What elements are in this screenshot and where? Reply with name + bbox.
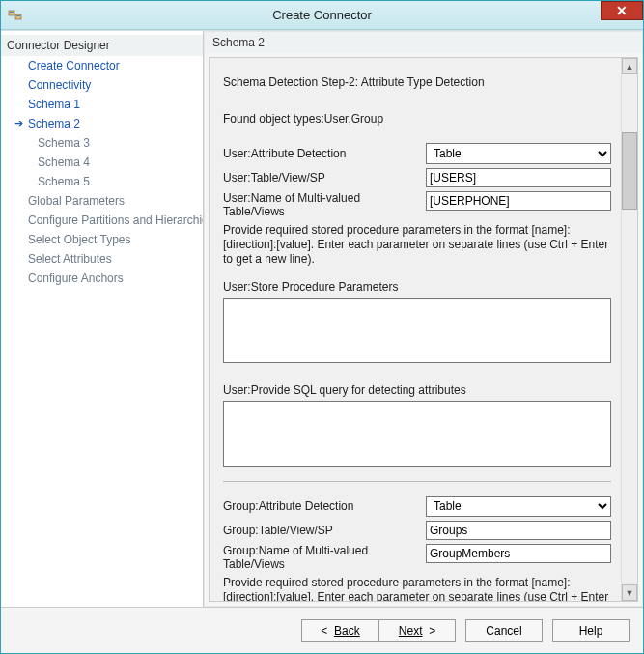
user-table-row: User:Table/View/SP bbox=[223, 168, 611, 187]
titlebar: Create Connector ✕ bbox=[1, 1, 643, 30]
nav-select-attributes[interactable]: Select Attributes bbox=[1, 249, 203, 269]
nav-label: Schema 5 bbox=[38, 175, 90, 188]
sidebar: Connector Designer Create Connector Conn… bbox=[1, 31, 204, 607]
nav-label: Select Attributes bbox=[28, 252, 112, 266]
svg-rect-0 bbox=[9, 11, 14, 15]
step-title: Schema Detection Step-2: Attribute Type … bbox=[223, 75, 611, 89]
user-sp-textarea[interactable] bbox=[223, 298, 611, 363]
nav-label: Schema 4 bbox=[38, 156, 90, 169]
group-multi-input[interactable] bbox=[426, 544, 611, 563]
scroll-track[interactable] bbox=[622, 74, 637, 584]
user-attr-detection-label: User:Attribute Detection bbox=[223, 147, 426, 160]
nav-label: Configure Anchors bbox=[28, 271, 124, 285]
found-object-types: Found object types:User,Group bbox=[223, 112, 611, 126]
group-multi-row: Group:Name of Multi-valued Table/Views bbox=[223, 544, 611, 572]
nav-select-object-types[interactable]: Select Object Types bbox=[1, 230, 203, 249]
chevron-up-icon: ▲ bbox=[626, 62, 634, 71]
user-multi-label: User:Name of Multi-valued Table/Views bbox=[223, 191, 426, 219]
user-sql-textarea[interactable] bbox=[223, 401, 611, 467]
close-button[interactable]: ✕ bbox=[601, 1, 643, 20]
divider bbox=[223, 481, 611, 482]
user-sp-label: User:Store Procedure Parameters bbox=[223, 280, 611, 294]
nav-label: Schema 1 bbox=[28, 98, 80, 111]
main-content: Schema Detection Step-2: Attribute Type … bbox=[210, 58, 621, 601]
nav-schema-1[interactable]: Schema 1 bbox=[1, 95, 203, 114]
chevron-down-icon: ▼ bbox=[626, 588, 634, 598]
cancel-button[interactable]: Cancel bbox=[465, 619, 543, 642]
group-help-text: Provide required stored procedure parame… bbox=[223, 576, 611, 601]
nav-configure-partitions[interactable]: Configure Partitions and Hierarchies bbox=[1, 211, 203, 230]
nav-schema-4[interactable]: Schema 4 bbox=[1, 153, 203, 172]
nav-label: Schema 3 bbox=[38, 136, 90, 150]
nav-label: Schema 2 bbox=[28, 117, 80, 130]
svg-rect-1 bbox=[15, 14, 21, 19]
arrow-right-icon: ➔ bbox=[14, 117, 23, 129]
group-attr-detection-row: Group:Attribute Detection Table bbox=[223, 496, 611, 517]
scroll-down-button[interactable]: ▼ bbox=[622, 584, 637, 601]
back-next-group: < Back Next > bbox=[301, 619, 456, 642]
user-sql-label: User:Provide SQL query for detecting att… bbox=[223, 384, 611, 397]
sidebar-header: Connector Designer bbox=[1, 35, 203, 56]
main-scroll-wrap: Schema Detection Step-2: Attribute Type … bbox=[209, 57, 638, 602]
group-table-input[interactable] bbox=[426, 521, 611, 540]
nav-label: Configure Partitions and Hierarchies bbox=[28, 213, 204, 227]
nav-label: Create Connector bbox=[28, 59, 120, 72]
svg-rect-2 bbox=[10, 12, 14, 13]
body: Connector Designer Create Connector Conn… bbox=[1, 30, 643, 607]
user-help-text: Provide required stored procedure parame… bbox=[223, 223, 611, 267]
close-icon: ✕ bbox=[616, 3, 628, 18]
cancel-label: Cancel bbox=[486, 624, 521, 638]
nav-global-parameters[interactable]: Global Parameters bbox=[1, 191, 203, 211]
user-attr-detection-row: User:Attribute Detection Table bbox=[223, 143, 611, 164]
main-header: Schema 2 bbox=[205, 32, 642, 53]
main-panel: Schema 2 Schema Detection Step-2: Attrib… bbox=[204, 31, 643, 607]
nav-label: Select Object Types bbox=[28, 233, 131, 246]
user-table-input[interactable] bbox=[426, 168, 611, 187]
nav-configure-anchors[interactable]: Configure Anchors bbox=[1, 269, 203, 288]
nav-label: Global Parameters bbox=[28, 194, 125, 208]
group-table-label: Group:Table/View/SP bbox=[223, 524, 426, 537]
nav-schema-5[interactable]: Schema 5 bbox=[1, 172, 203, 191]
help-button[interactable]: Help bbox=[552, 619, 630, 642]
user-attr-detection-select[interactable]: Table bbox=[426, 143, 611, 164]
window: Create Connector ✕ Connector Designer Cr… bbox=[0, 0, 644, 654]
window-title: Create Connector bbox=[1, 8, 643, 22]
back-label: Back bbox=[334, 624, 360, 638]
svg-rect-3 bbox=[16, 15, 20, 16]
user-multi-input[interactable] bbox=[426, 191, 611, 211]
scroll-up-button[interactable]: ▲ bbox=[622, 58, 637, 74]
app-icon bbox=[7, 7, 24, 24]
next-label: Next bbox=[399, 624, 423, 638]
help-label: Help bbox=[579, 624, 603, 638]
nav-connectivity[interactable]: Connectivity bbox=[1, 75, 203, 95]
nav-schema-2[interactable]: ➔Schema 2 bbox=[1, 114, 203, 133]
nav-create-connector[interactable]: Create Connector bbox=[1, 56, 203, 75]
scroll-thumb[interactable] bbox=[622, 132, 637, 210]
footer: < Back Next > Cancel Help bbox=[1, 607, 643, 653]
next-button[interactable]: Next > bbox=[378, 619, 456, 642]
nav-label: Connectivity bbox=[28, 78, 91, 92]
user-table-label: User:Table/View/SP bbox=[223, 171, 426, 185]
nav-schema-3[interactable]: Schema 3 bbox=[1, 133, 203, 153]
group-multi-label: Group:Name of Multi-valued Table/Views bbox=[223, 544, 426, 572]
group-table-row: Group:Table/View/SP bbox=[223, 521, 611, 540]
group-attr-detection-select[interactable]: Table bbox=[426, 496, 611, 517]
user-multi-row: User:Name of Multi-valued Table/Views bbox=[223, 191, 611, 219]
vertical-scrollbar[interactable]: ▲ ▼ bbox=[621, 58, 637, 601]
group-attr-detection-label: Group:Attribute Detection bbox=[223, 499, 426, 513]
back-button[interactable]: < Back bbox=[301, 619, 378, 642]
